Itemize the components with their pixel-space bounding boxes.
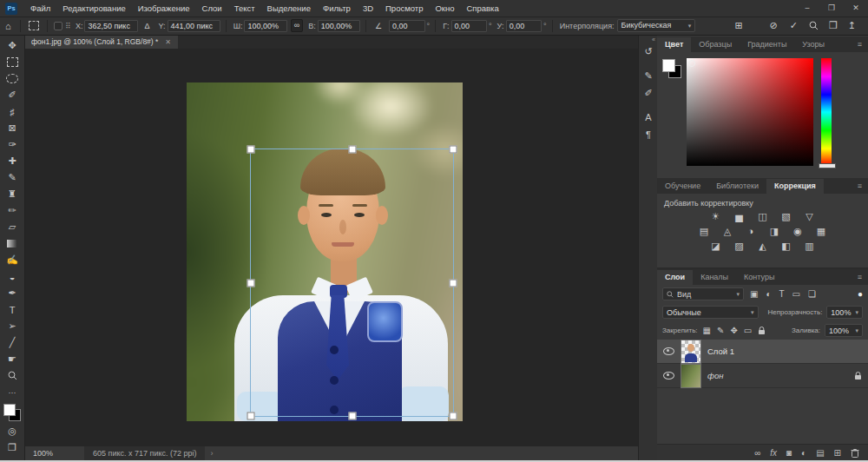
shape-tool[interactable]: ╱: [2, 334, 23, 351]
dodge-tool[interactable]: ◒: [2, 268, 23, 285]
zoom-level-field[interactable]: 100%: [24, 449, 62, 458]
hue-slider-marker[interactable]: [819, 163, 836, 168]
panel-menu-icon[interactable]: ≡: [852, 273, 868, 281]
layer-row-background[interactable]: фон: [657, 364, 868, 388]
transform-handle[interactable]: [348, 412, 356, 420]
transform-handle[interactable]: [247, 412, 255, 420]
menu-image[interactable]: Изображение: [132, 0, 196, 16]
add-adjustment-layer-icon[interactable]: ◐: [801, 448, 806, 458]
commit-transform-icon[interactable]: ✓: [784, 20, 804, 31]
collapse-panels-icon[interactable]: «: [652, 36, 655, 43]
lock-all-icon[interactable]: [757, 327, 766, 335]
tab-channels[interactable]: Каналы: [693, 270, 736, 285]
tab-adjustments[interactable]: Коррекция: [766, 179, 824, 194]
tab-swatches[interactable]: Образцы: [691, 37, 740, 52]
layer-name[interactable]: фон: [707, 371, 724, 380]
opacity-field[interactable]: 100% ▾: [826, 306, 863, 319]
brush-tool[interactable]: ✎: [2, 169, 23, 186]
hskew-input[interactable]: 0,00: [451, 20, 487, 32]
new-layer-icon[interactable]: ⊞: [834, 448, 841, 458]
history-brush-tool[interactable]: ✏: [2, 202, 23, 219]
visibility-eye-icon[interactable]: [663, 372, 674, 380]
panel-menu-icon[interactable]: ≡: [852, 182, 868, 190]
workspace-icon[interactable]: ❒: [824, 20, 843, 31]
hue-saturation-icon[interactable]: ▤: [698, 226, 710, 237]
layer-name[interactable]: Слой 1: [707, 346, 734, 356]
levels-icon[interactable]: ▅: [733, 211, 746, 222]
tab-paths[interactable]: Контуры: [736, 270, 782, 285]
menu-filter[interactable]: Фильтр: [317, 0, 357, 16]
color-swatches[interactable]: [3, 404, 21, 421]
interpolation-select[interactable]: Бикубическая ▾: [617, 19, 696, 32]
hand-tool[interactable]: ☛: [2, 351, 23, 367]
pasteboard[interactable]: [24, 49, 638, 446]
tab-learn[interactable]: Обучение: [657, 179, 708, 194]
brush-settings-panel-button[interactable]: ✎: [640, 67, 657, 84]
visibility-eye-icon[interactable]: [663, 347, 674, 355]
frame-tool[interactable]: ⊠: [2, 120, 23, 136]
path-selection-tool[interactable]: ➢: [2, 318, 23, 334]
clone-stamp-tool[interactable]: ♜: [2, 186, 23, 202]
tab-layers[interactable]: Слои: [657, 270, 693, 285]
filter-type-layers-icon[interactable]: T: [778, 289, 786, 299]
home-icon[interactable]: ⌂: [0, 21, 16, 31]
y-input[interactable]: 441,00 пикс: [168, 20, 220, 32]
menu-layers[interactable]: Слои: [196, 0, 228, 16]
search-icon[interactable]: [804, 21, 824, 30]
gradient-map-icon[interactable]: ◧: [780, 241, 792, 252]
rectangular-marquee-tool[interactable]: [2, 54, 23, 70]
filter-shape-layers-icon[interactable]: ▭: [791, 289, 802, 299]
document-tab[interactable]: фон1.jpg @ 100% (Слой 1, RGB/8#) * ✕: [24, 35, 178, 49]
delete-layer-icon[interactable]: [851, 448, 859, 458]
color-lookup-icon[interactable]: ▦: [815, 226, 827, 237]
background-lock-icon[interactable]: [854, 372, 862, 380]
type-tool[interactable]: T: [2, 301, 23, 318]
history-panel-button[interactable]: ↺: [640, 43, 657, 60]
black-white-icon[interactable]: ◑: [745, 226, 757, 237]
warp-mode-toggle-icon[interactable]: ⊞: [730, 20, 748, 31]
menu-view[interactable]: Просмотр: [379, 0, 429, 16]
brightness-contrast-icon[interactable]: ☀: [710, 211, 722, 222]
restore-button[interactable]: ❐: [819, 0, 844, 16]
minimize-button[interactable]: –: [795, 0, 819, 16]
layer-row-layer1[interactable]: Слой 1: [657, 340, 868, 364]
menu-select[interactable]: Выделение: [261, 0, 317, 16]
spot-healing-tool[interactable]: ✚: [2, 153, 23, 169]
invert-icon[interactable]: ◪: [710, 241, 722, 252]
smudge-tool[interactable]: ✍: [2, 252, 23, 268]
filter-smart-objects-icon[interactable]: ❏: [806, 289, 818, 299]
layer-thumbnail[interactable]: [681, 340, 701, 364]
link-layers-icon[interactable]: ∞: [754, 448, 760, 458]
gradient-tool[interactable]: [2, 235, 23, 252]
menu-type[interactable]: Текст: [228, 0, 261, 16]
crop-tool[interactable]: ♯: [2, 103, 23, 120]
layer-filter-select[interactable]: Вид ▾: [662, 287, 744, 300]
filter-adjustment-layers-icon[interactable]: ◐: [764, 289, 773, 299]
curves-icon[interactable]: ◫: [757, 211, 769, 222]
edit-toolbar-button[interactable]: ···: [2, 384, 23, 400]
add-layer-mask-icon[interactable]: ◙: [786, 448, 792, 458]
transform-handle[interactable]: [450, 146, 457, 154]
blend-mode-select[interactable]: Обычные ▾: [662, 306, 759, 319]
transform-handle[interactable]: [247, 146, 255, 154]
transform-handle[interactable]: [247, 279, 255, 287]
x-input[interactable]: 362,50 пикс: [84, 20, 137, 32]
zoom-tool[interactable]: [2, 367, 23, 384]
character-panel-button[interactable]: A: [640, 109, 657, 126]
tab-color[interactable]: Цвет: [657, 37, 691, 52]
selective-color-icon[interactable]: ▥: [804, 241, 816, 252]
menu-help[interactable]: Справка: [461, 0, 505, 16]
paragraph-panel-button[interactable]: ¶: [640, 126, 657, 143]
menu-edit[interactable]: Редактирование: [56, 0, 131, 16]
maintain-aspect-ratio-icon[interactable]: ∞: [291, 19, 303, 32]
menu-file[interactable]: Файл: [24, 0, 56, 16]
transform-handle[interactable]: [348, 146, 356, 154]
lasso-tool[interactable]: [2, 70, 23, 87]
threshold-icon[interactable]: ◭: [757, 241, 769, 252]
transform-handle[interactable]: [450, 279, 457, 287]
lock-artboard-icon[interactable]: ▭: [743, 326, 753, 335]
photo-filter-icon[interactable]: ◨: [768, 226, 780, 237]
screen-mode-button[interactable]: ❐: [2, 439, 23, 456]
hue-slider[interactable]: [821, 58, 832, 166]
quick-selection-tool[interactable]: ✐: [2, 87, 23, 103]
